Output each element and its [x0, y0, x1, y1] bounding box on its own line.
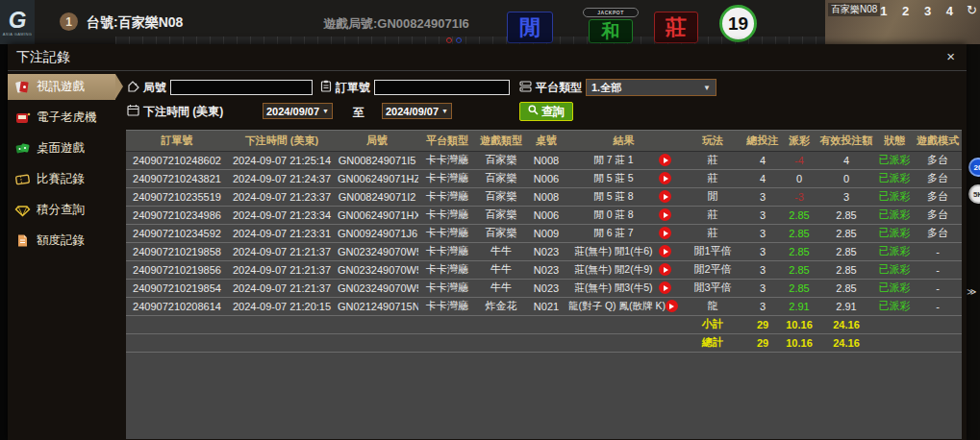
play-video-icon[interactable] [659, 172, 671, 184]
platform-type: 卡卡灣廳 [418, 169, 476, 187]
sidebar: 視訊遊戲 電子老虎機 桌面遊戲 [8, 71, 115, 439]
game-mode: - [914, 279, 962, 297]
play-video-icon[interactable] [659, 227, 671, 239]
platform-type: 卡卡灣廳 [418, 297, 476, 315]
dealer-number-badge: 1 [60, 12, 78, 31]
status-value: 已派彩 [875, 187, 914, 206]
play-video-icon[interactable] [659, 190, 671, 203]
payout-value: -4 [781, 151, 817, 169]
game-type: 百家樂 [476, 187, 526, 206]
table-row: 240907210219858 2024-09-07 21:21:37 GN02… [126, 242, 962, 260]
result-text: 莊(無牛) 閒3(牛5) [568, 281, 659, 295]
platform-type-select[interactable]: 1.全部 ▼ [586, 79, 716, 96]
payout-value: 0 [781, 169, 817, 187]
bet-records-table: 訂單號 下注時間 (美東) 局號 平台類型 遊戲類型 桌號 結果 玩法 總投注 … [126, 131, 962, 353]
play-type: 莊 [681, 169, 744, 187]
sidebar-item-slots[interactable]: 電子老虎機 [8, 105, 115, 131]
date-from-picker[interactable]: 2024/09/07 ▼ [263, 103, 333, 119]
valid-bet: 2.85 [817, 206, 875, 224]
play-video-icon[interactable] [659, 208, 671, 221]
logo-subtext: ASIA GAMING [3, 32, 33, 37]
column-header-table: 桌號 [526, 131, 566, 151]
subtotal-row: 小計 29 10.16 24.16 [126, 315, 962, 333]
platform-filter-label: 平台類型 [536, 80, 582, 96]
total-bet: 3 [744, 242, 781, 260]
bet-tie-box[interactable]: 和 [589, 19, 633, 43]
background-strip: 20 5K ≫ [967, 44, 980, 440]
result-text: 閒 5 莊 8 [568, 190, 659, 204]
bet-table-body: 240907210248602 2024-09-07 21:25:14 GN00… [126, 151, 962, 315]
result-text: 閒 5 莊 5 [568, 172, 659, 185]
round-number: GN009249071J6 [336, 224, 418, 242]
platform-type: 卡卡灣廳 [418, 151, 476, 169]
column-header-platform: 平台類型 [418, 131, 476, 151]
round-number-input[interactable] [170, 80, 313, 95]
valid-bet: 0 [817, 169, 875, 187]
result-cell: 閒 7 莊 1 [566, 151, 681, 169]
bet-time: 2024-09-07 21:20:15 [228, 297, 336, 315]
valid-bet: 4 [817, 151, 875, 169]
play-type: 閒3平倍 [681, 279, 744, 297]
search-button[interactable]: 查詢 [519, 102, 573, 121]
round-number: GN0212490715N [336, 297, 418, 315]
sidebar-item-video-games[interactable]: 視訊遊戲 [8, 74, 115, 100]
table-number: N008 [526, 151, 566, 169]
sidebar-item-match-records[interactable]: 比賽記錄 [8, 166, 115, 192]
game-type: 牛牛 [476, 279, 526, 297]
ticket-icon [14, 171, 31, 187]
close-icon[interactable]: × [946, 48, 955, 64]
order-number: 240907210219854 [126, 279, 228, 297]
play-video-icon[interactable] [659, 245, 671, 257]
result-text: 莊(無牛) 閒2(牛9) [568, 263, 659, 277]
chevron-down-icon: ▼ [441, 108, 448, 114]
bet-banker-box[interactable]: 莊 [654, 12, 698, 43]
video-thumbnail[interactable]: 百家樂N08 1 2 3 4 ↻ [825, 0, 980, 44]
date-to-picker[interactable]: 2024/09/07 ▼ [382, 103, 452, 119]
total-bet: 4 [744, 151, 781, 169]
column-header-payout: 派彩 [781, 131, 817, 151]
round-number: GN006249071HX [336, 206, 418, 224]
platform-type: 卡卡灣廳 [418, 187, 476, 206]
valid-bet: 2.91 [817, 297, 875, 315]
sidebar-item-quota-records[interactable]: 額度記錄 [8, 228, 115, 254]
column-header-time: 下注時間 (美東) [228, 131, 336, 151]
sidebar-item-points-inquiry[interactable]: 積分查詢 [8, 197, 115, 223]
play-type: 莊 [681, 224, 744, 242]
play-type: 龍 [681, 297, 744, 315]
slot-machine-icon [14, 110, 31, 126]
platform-selected-value: 1.全部 [591, 81, 621, 95]
subtotal-total: 29 [744, 315, 781, 333]
sidebar-item-table-games[interactable]: 桌面遊戲 [8, 135, 115, 161]
bet-player-box[interactable]: 閒 [507, 12, 553, 43]
result-text: 閒 0 莊 8 [568, 208, 659, 222]
game-mode: - [914, 297, 962, 315]
game-mode: - [914, 242, 962, 260]
play-video-icon[interactable] [659, 263, 671, 276]
table-row: 240907210234592 2024-09-07 21:23:31 GN00… [126, 224, 962, 242]
roadmap-blue-dot [456, 37, 462, 43]
refresh-icon[interactable]: ↻ [967, 3, 977, 17]
round-number: GN006249071HZ [336, 169, 418, 187]
play-type: 莊 [681, 206, 744, 224]
order-number-input[interactable] [374, 80, 510, 95]
table-games-icon [14, 140, 31, 157]
clipboard-icon [320, 79, 332, 96]
play-video-icon[interactable] [659, 154, 671, 166]
platform-type: 卡卡灣廳 [418, 206, 476, 224]
table-number: N008 [526, 187, 566, 206]
play-video-icon[interactable] [659, 281, 671, 294]
total-bet: 3 [744, 206, 781, 224]
game-round-label: 遊戲局號:GN008249071I6 [323, 15, 469, 33]
round-number: GN023249070W5 [336, 260, 418, 279]
column-header-result: 結果 [566, 131, 681, 151]
result-cell: 閒 5 莊 5 [566, 169, 681, 187]
valid-bet: 2.85 [817, 260, 875, 279]
grand-total-total: 29 [744, 333, 781, 352]
game-type: 百家樂 [476, 206, 526, 224]
modal-title: 下注記錄 [16, 49, 70, 66]
play-video-icon[interactable] [666, 300, 678, 312]
table-number: N023 [526, 279, 566, 297]
result-cell: 閒 6 莊 7 [566, 224, 681, 242]
bet-time: 2024-09-07 21:23:37 [228, 187, 336, 206]
camera-numbers[interactable]: 1 2 3 4 [880, 4, 959, 18]
